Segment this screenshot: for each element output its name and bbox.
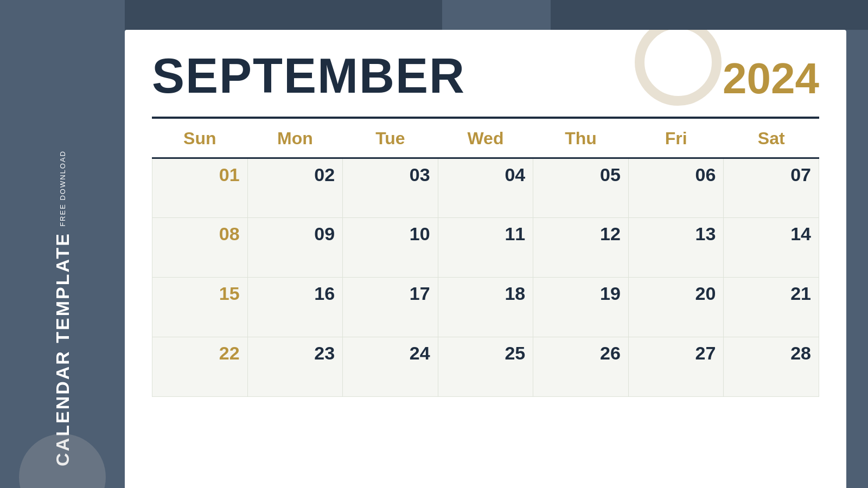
calendar-day-cell[interactable]: 05 <box>533 158 629 218</box>
calendar-day-cell[interactable]: 16 <box>247 278 343 337</box>
sidebar: FREE DOWNLOAD CALENDAR TEMPLATE <box>0 0 125 488</box>
calendar-panel: SEPTEMBER 2024 Sun Mon Tue Wed Thu Fri S… <box>125 30 846 488</box>
day-header-tue: Tue <box>343 119 438 158</box>
calendar-month: SEPTEMBER <box>152 52 465 100</box>
day-header-thu: Thu <box>533 119 629 158</box>
calendar-day-cell[interactable]: 28 <box>724 337 819 397</box>
calendar-day-cell[interactable]: 04 <box>438 158 533 218</box>
calendar-week-row: 15161718192021 <box>152 278 819 337</box>
sidebar-free-download-label: FREE DOWNLOAD <box>59 150 67 227</box>
calendar-day-cell[interactable]: 09 <box>247 218 343 278</box>
calendar-day-cell[interactable]: 03 <box>343 158 438 218</box>
calendar-day-cell[interactable]: 23 <box>247 337 343 397</box>
calendar-day-cell[interactable]: 07 <box>724 158 819 218</box>
calendar-day-cell[interactable]: 20 <box>628 278 724 337</box>
top-bar-inner <box>442 0 551 30</box>
calendar-day-cell[interactable]: 19 <box>533 278 629 337</box>
calendar-day-cell[interactable]: 17 <box>343 278 438 337</box>
calendar-day-cell[interactable]: 18 <box>438 278 533 337</box>
calendar-table: Sun Mon Tue Wed Thu Fri Sat 010203040506… <box>152 119 819 397</box>
day-header-wed: Wed <box>438 119 533 158</box>
sidebar-text-wrapper: FREE DOWNLOAD CALENDAR TEMPLATE <box>53 150 72 466</box>
calendar-day-cell[interactable]: 27 <box>628 337 724 397</box>
calendar-day-cell[interactable]: 22 <box>152 337 248 397</box>
sidebar-decorative-circle <box>19 434 106 488</box>
day-header-fri: Fri <box>628 119 724 158</box>
day-header-mon: Mon <box>247 119 343 158</box>
calendar-day-cell[interactable]: 12 <box>533 218 629 278</box>
header-decorative-circle <box>635 30 722 106</box>
calendar-week-row: 22232425262728 <box>152 337 819 397</box>
calendar-day-cell[interactable]: 01 <box>152 158 248 218</box>
calendar-week-row: 08091011121314 <box>152 218 819 278</box>
day-header-sat: Sat <box>724 119 819 158</box>
day-header-sun: Sun <box>152 119 248 158</box>
calendar-day-cell[interactable]: 13 <box>628 218 724 278</box>
calendar-day-cell[interactable]: 25 <box>438 337 533 397</box>
calendar-header: SEPTEMBER 2024 <box>152 52 819 100</box>
calendar-day-cell[interactable]: 15 <box>152 278 248 337</box>
calendar-day-cell[interactable]: 10 <box>343 218 438 278</box>
sidebar-calendar-template-label: CALENDAR TEMPLATE <box>53 232 72 466</box>
top-bar <box>125 0 868 30</box>
calendar-day-cell[interactable]: 24 <box>343 337 438 397</box>
calendar-day-cell[interactable]: 11 <box>438 218 533 278</box>
calendar-day-cell[interactable]: 08 <box>152 218 248 278</box>
calendar-day-cell[interactable]: 21 <box>724 278 819 337</box>
calendar-day-cell[interactable]: 26 <box>533 337 629 397</box>
calendar-header-row: Sun Mon Tue Wed Thu Fri Sat <box>152 119 819 158</box>
calendar-year: 2024 <box>723 52 819 100</box>
calendar-day-cell[interactable]: 02 <box>247 158 343 218</box>
calendar-week-row: 01020304050607 <box>152 158 819 218</box>
calendar-day-cell[interactable]: 06 <box>628 158 724 218</box>
calendar-day-cell[interactable]: 14 <box>724 218 819 278</box>
